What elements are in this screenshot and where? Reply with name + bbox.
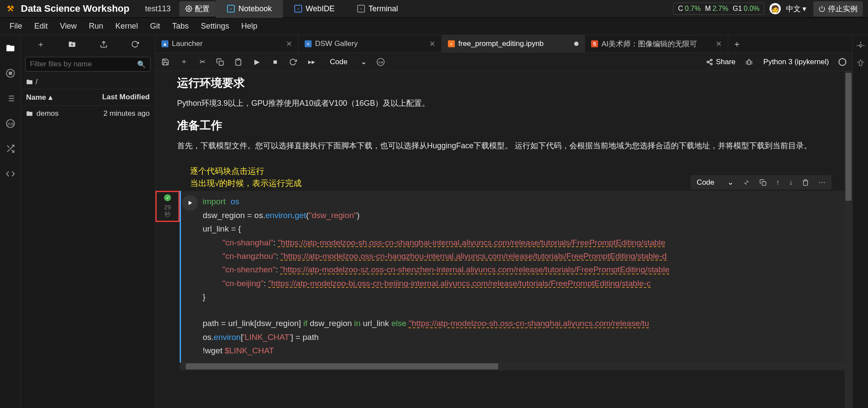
top-tab-terminal[interactable]: ▪ Terminal bbox=[346, 0, 409, 18]
col-modified[interactable]: Last Modified bbox=[102, 93, 150, 102]
svg-line-14 bbox=[7, 146, 9, 148]
menu-run[interactable]: Run bbox=[83, 22, 109, 31]
gear-icon bbox=[185, 5, 192, 12]
notebook-toolbar: ＋ ✂ ▶ ■ ▸▸ Code⌄ JOB Share Python 3 (ipy… bbox=[155, 53, 852, 71]
config-button[interactable]: 配置 bbox=[179, 1, 216, 16]
close-icon[interactable]: ✕ bbox=[716, 39, 722, 49]
menu-edit[interactable]: Edit bbox=[28, 22, 54, 31]
menu-tabs[interactable]: Tabs bbox=[166, 22, 195, 31]
menu-view[interactable]: View bbox=[54, 22, 83, 31]
activity-jobs[interactable]: JOB bbox=[5, 118, 16, 129]
debug-icon[interactable] bbox=[745, 58, 754, 66]
svg-rect-3 bbox=[9, 72, 12, 75]
activity-toc[interactable] bbox=[5, 93, 16, 104]
activity-code[interactable] bbox=[5, 169, 16, 179]
vertical-scrollbar[interactable] bbox=[845, 71, 852, 408]
restart-icon[interactable] bbox=[289, 58, 298, 66]
collapse-icon[interactable] bbox=[743, 179, 750, 186]
add-cell-icon[interactable]: ＋ bbox=[180, 57, 188, 66]
share-button[interactable]: Share bbox=[706, 58, 735, 66]
stop-instance-button[interactable]: 停止实例 bbox=[813, 1, 863, 16]
svg-point-0 bbox=[188, 8, 190, 10]
copy-icon[interactable] bbox=[216, 58, 225, 66]
cell-type-dropdown[interactable]: Code⌄ bbox=[697, 178, 733, 187]
logo-icon: ⚒ bbox=[5, 3, 16, 14]
svg-line-23 bbox=[709, 62, 711, 64]
upload-icon[interactable] bbox=[100, 40, 108, 48]
activity-bar: JOB bbox=[0, 35, 21, 408]
more-icon[interactable]: ⋯ bbox=[819, 178, 825, 186]
add-tab-button[interactable]: ＋ bbox=[728, 35, 746, 52]
delete-icon[interactable] bbox=[802, 179, 809, 186]
file-filter[interactable]: 🔍 bbox=[25, 57, 151, 72]
cut-icon[interactable]: ✂ bbox=[198, 58, 207, 66]
kernel-name[interactable]: Python 3 (ipykernel) bbox=[763, 58, 829, 66]
breadcrumb[interactable]: / bbox=[21, 75, 155, 89]
close-icon[interactable]: ✕ bbox=[286, 39, 292, 49]
kernel-status-icon bbox=[838, 58, 846, 66]
chevron-down-icon: ⌄ bbox=[361, 57, 367, 66]
paragraph: 首先，下载模型文件。您可以选择直接执行下面脚本下载，也可以选择从HuggingF… bbox=[177, 139, 823, 153]
markdown-cell: 运行环境要求 Python环境3.9以上，GPU推荐使用A10或者V100（16… bbox=[155, 71, 845, 165]
success-check-icon: ✓ bbox=[164, 194, 171, 201]
job-icon[interactable]: JOB bbox=[376, 58, 385, 66]
tab-launcher[interactable]: ▲ Launcher ✕ bbox=[155, 35, 299, 52]
tab-notebook-file[interactable]: ▪ free_prompt_editing.ipynb bbox=[442, 35, 585, 52]
new-folder-icon[interactable] bbox=[68, 40, 76, 48]
launcher-icon: ▲ bbox=[161, 40, 168, 47]
activity-running[interactable] bbox=[5, 68, 16, 78]
fast-forward-icon[interactable]: ▸▸ bbox=[307, 58, 316, 66]
cell-type-selector[interactable]: Code⌄ bbox=[330, 57, 367, 66]
webide-icon: ▪ bbox=[294, 5, 302, 13]
stop-icon[interactable]: ■ bbox=[271, 58, 279, 66]
move-down-icon[interactable]: ↓ bbox=[789, 179, 792, 186]
tab-html-file[interactable]: 5 AI美术师：图像编辑的无限可 ✕ bbox=[585, 35, 728, 52]
right-sidebar bbox=[852, 35, 868, 408]
activity-files[interactable] bbox=[5, 43, 16, 53]
svg-marker-27 bbox=[189, 201, 192, 205]
run-icon[interactable]: ▶ bbox=[253, 58, 261, 66]
avatar[interactable]: 🧑 bbox=[769, 3, 781, 14]
folder-icon bbox=[26, 78, 33, 85]
col-name[interactable]: Name bbox=[26, 93, 46, 102]
save-icon[interactable] bbox=[161, 58, 170, 66]
menu-settings[interactable]: Settings bbox=[195, 22, 235, 31]
tab-gallery[interactable]: ≡ DSW Gallery ✕ bbox=[299, 35, 442, 52]
power-icon bbox=[819, 5, 825, 12]
scrollbar-thumb[interactable] bbox=[845, 73, 852, 201]
horizontal-scrollbar[interactable] bbox=[180, 362, 845, 370]
svg-rect-17 bbox=[237, 59, 240, 60]
scrollbar-thumb[interactable] bbox=[186, 363, 498, 369]
code-editor[interactable]: import os dsw_region = os.environ.get("d… bbox=[180, 191, 845, 362]
notebook-file-icon: ▪ bbox=[448, 40, 455, 47]
svg-rect-26 bbox=[762, 182, 766, 186]
activity-shuffle[interactable] bbox=[5, 144, 16, 154]
search-icon: 🔍 bbox=[137, 60, 146, 69]
notebook-body[interactable]: 运行环境要求 Python环境3.9以上，GPU推荐使用A10或者V100（16… bbox=[155, 71, 845, 408]
menu-help[interactable]: Help bbox=[235, 22, 263, 31]
file-row[interactable]: demos 2 minutes ago bbox=[21, 106, 155, 121]
heading: 准备工作 bbox=[177, 118, 823, 133]
move-up-icon[interactable]: ↑ bbox=[776, 179, 779, 186]
refresh-icon[interactable] bbox=[131, 40, 139, 48]
menu-git[interactable]: Git bbox=[144, 22, 166, 31]
file-list-header: Name ▴ Last Modified bbox=[21, 89, 155, 106]
svg-rect-16 bbox=[219, 61, 224, 65]
menu-kernel[interactable]: Kernel bbox=[109, 22, 144, 31]
top-tab-notebook[interactable]: ▪ Notebook bbox=[216, 0, 283, 18]
menu-file[interactable]: File bbox=[3, 22, 28, 31]
html-icon: 5 bbox=[591, 40, 598, 47]
file-filter-input[interactable] bbox=[30, 60, 137, 69]
language-selector[interactable]: 中文 ▾ bbox=[786, 4, 806, 14]
property-gear-icon[interactable] bbox=[856, 41, 865, 50]
svg-point-22 bbox=[710, 63, 712, 65]
top-tab-webide[interactable]: ▪ WebIDE bbox=[283, 0, 346, 18]
gallery-icon: ≡ bbox=[305, 40, 312, 47]
paste-icon[interactable] bbox=[234, 58, 243, 66]
close-icon[interactable]: ✕ bbox=[429, 39, 435, 49]
new-launcher-icon[interactable]: ＋ bbox=[37, 39, 45, 49]
duplicate-icon[interactable] bbox=[760, 179, 766, 186]
code-cell[interactable]: Code⌄ ↑ ↓ ⋯ ✓ 29 秒 bbox=[155, 191, 845, 370]
debug-panel-icon[interactable] bbox=[856, 59, 865, 67]
svg-point-21 bbox=[707, 61, 709, 63]
